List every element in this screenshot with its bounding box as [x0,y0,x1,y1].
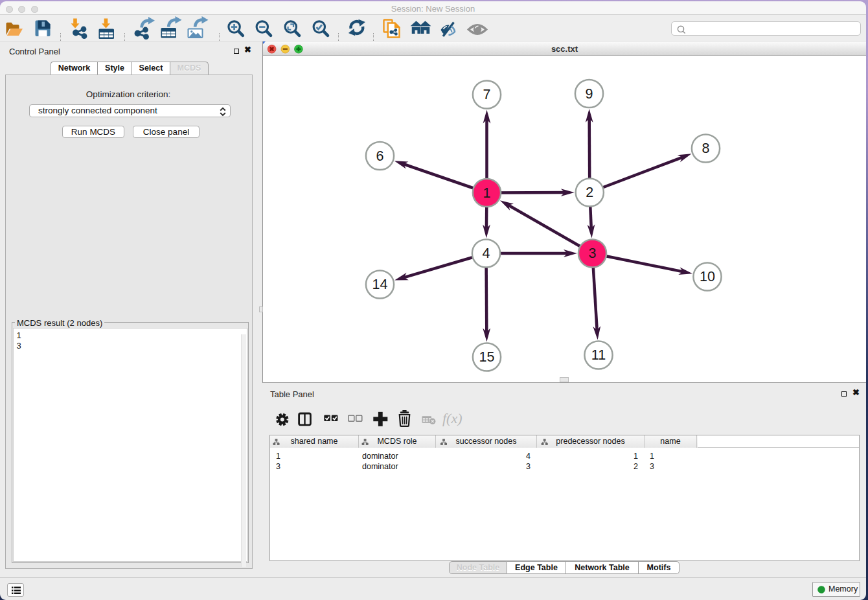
svg-text:14: 14 [372,277,388,292]
svg-text:2: 2 [586,185,593,200]
svg-text:9: 9 [586,86,593,102]
svg-text:6: 6 [376,148,384,164]
svg-text:4: 4 [483,246,490,261]
svg-text:11: 11 [591,347,606,363]
svg-text:3: 3 [589,246,597,261]
svg-text:8: 8 [702,141,710,156]
svg-text:7: 7 [483,87,491,102]
svg-text:10: 10 [700,269,715,284]
svg-text:1: 1 [483,185,491,201]
svg-text:15: 15 [479,349,495,365]
